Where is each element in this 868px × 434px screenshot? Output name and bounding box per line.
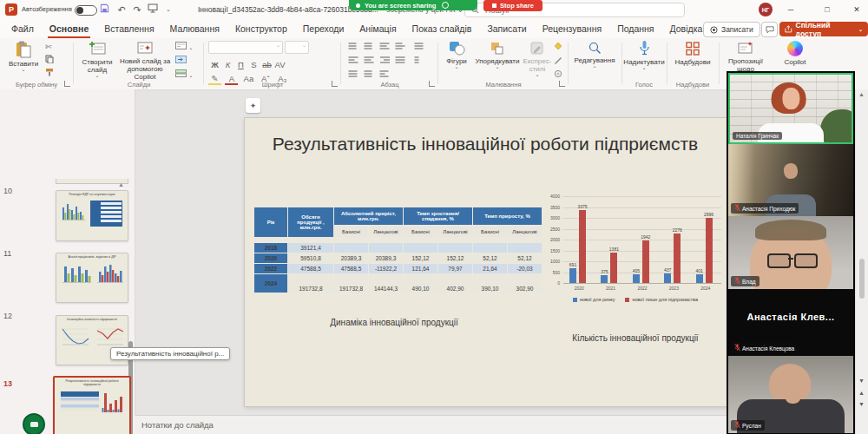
- slide-thumbnail-11[interactable]: Аналіз працівників, задіяних в ДіР: [56, 253, 128, 303]
- close-button[interactable]: ✕: [847, 0, 866, 19]
- maximize-button[interactable]: □: [818, 0, 837, 19]
- previous-slide-button[interactable]: ▲: [858, 390, 865, 396]
- shape-outline-icon[interactable]: [554, 56, 562, 66]
- tab-Подання[interactable]: Подання: [609, 19, 661, 38]
- copy-icon[interactable]: [45, 55, 54, 65]
- meeting-floating-icon[interactable]: [23, 413, 45, 434]
- columns-icon[interactable]: [413, 56, 425, 67]
- scroll-up-icon[interactable]: ▲: [858, 91, 865, 97]
- chart-caption[interactable]: Кількість інноваційної продукції: [542, 333, 728, 343]
- participant-display-name: Анастасія Клев...: [728, 312, 853, 322]
- data-table[interactable]: РікОбсяги продукції , млн.грн.Абсолютний…: [253, 207, 542, 293]
- record-button[interactable]: Записати: [703, 22, 760, 37]
- suggestions-button[interactable]: Пропозиції щодо: [721, 41, 770, 73]
- tab-Переходи[interactable]: Переходи: [295, 19, 352, 38]
- drawing-dialog-launcher[interactable]: [559, 81, 565, 87]
- table-row: 202247588,547588,5-11922,2121,6479,9721,…: [254, 264, 542, 273]
- editing-button[interactable]: Редагування⌄: [573, 41, 616, 69]
- table-caption[interactable]: Динаміка інноваційної продукції: [253, 318, 535, 327]
- font-name-combo[interactable]: [208, 41, 283, 54]
- minimize-button[interactable]: ─: [781, 0, 800, 19]
- scroll-down-icon[interactable]: ▼: [858, 378, 865, 384]
- main-scrollbar-thumb[interactable]: [859, 259, 865, 299]
- qat-chevron-icon[interactable]: ⌄: [161, 0, 175, 19]
- underline-icon[interactable]: П: [234, 60, 247, 69]
- copilot-button[interactable]: Copilot: [776, 41, 814, 66]
- shape-fill-icon[interactable]: [554, 42, 562, 52]
- group-voice: Надиктувати⌄ Голос: [623, 38, 665, 89]
- bullets-icon[interactable]: [347, 42, 359, 53]
- tab-Анімація[interactable]: Анімація: [352, 19, 404, 38]
- save-icon[interactable]: [97, 0, 111, 19]
- italic-icon[interactable]: К: [221, 60, 234, 69]
- tab-file[interactable]: Файл: [3, 19, 42, 38]
- designer-icon[interactable]: ✦: [246, 98, 260, 113]
- reset-slide-icon[interactable]: [175, 56, 187, 65]
- text-direction-icon[interactable]: [347, 69, 359, 81]
- table-row: 2024191732,8191732,8144144,3490,10402,90…: [254, 274, 542, 293]
- chart-legend-item: нової для ринку: [573, 297, 615, 302]
- indent-decrease-icon[interactable]: [378, 42, 391, 53]
- clipboard-dialog-launcher[interactable]: [64, 81, 70, 87]
- align-left-icon[interactable]: [347, 56, 359, 67]
- shapes-button[interactable]: Фігури⌄: [441, 41, 472, 69]
- indent-increase-icon[interactable]: [394, 42, 406, 53]
- chart-ytick: 0: [542, 280, 560, 286]
- line-spacing-icon[interactable]: [413, 42, 425, 53]
- section-icon[interactable]: ⌄: [175, 69, 194, 79]
- bold-icon[interactable]: Ж: [208, 60, 221, 69]
- participant-tile-2[interactable]: Анастасія Приходюк: [728, 144, 853, 216]
- paragraph-dialog-launcher[interactable]: [429, 81, 435, 87]
- slide-title[interactable]: Результативність інноваційної роботи під…: [245, 134, 726, 155]
- tab-Основне[interactable]: Основне: [42, 19, 96, 38]
- slide-table[interactable]: РікОбсяги продукції , млн.грн.Абсолютний…: [253, 207, 542, 293]
- addins-button[interactable]: Надбудови: [672, 41, 713, 66]
- tab-Рецензування[interactable]: Рецензування: [535, 19, 609, 38]
- cut-icon[interactable]: ✄: [45, 43, 52, 51]
- char-spacing-icon[interactable]: AV: [273, 60, 286, 69]
- strikethrough-icon[interactable]: ab: [260, 60, 273, 69]
- redo-icon[interactable]: ↷: [130, 0, 144, 19]
- undo-icon[interactable]: ↶: [115, 0, 128, 19]
- participant-tile-1[interactable]: Наталія Гринчак: [728, 73, 853, 144]
- stop-share-button[interactable]: Stop share: [483, 0, 542, 11]
- numbering-icon[interactable]: [363, 42, 375, 53]
- font-dialog-launcher[interactable]: [332, 81, 338, 87]
- tab-Малювання[interactable]: Малювання: [162, 19, 227, 38]
- participant-tile-5[interactable]: Руслан: [728, 356, 853, 433]
- slide-thumbnail-10[interactable]: Розподіл НДР за галузями науки: [56, 190, 128, 241]
- dictate-button[interactable]: Надиктувати⌄: [623, 40, 665, 70]
- paste-button[interactable]: Вставити⌄: [7, 41, 40, 72]
- font-size-combo[interactable]: [285, 41, 309, 54]
- account-avatar[interactable]: НГ: [759, 3, 773, 16]
- thumbs-scroll-up-icon[interactable]: ▲: [118, 181, 124, 187]
- new-slide-button[interactable]: Створити слайд⌄: [78, 41, 116, 78]
- next-slide-button[interactable]: ▼: [858, 401, 865, 407]
- align-center-icon[interactable]: [363, 56, 375, 67]
- slide-layout-icon[interactable]: ⌄: [175, 42, 194, 51]
- align-right-icon[interactable]: [378, 56, 391, 67]
- share-button[interactable]: Спільний доступ ⌄: [779, 22, 868, 36]
- table-row: 202059510,820389,320389,3152,12152,1252,…: [254, 253, 542, 263]
- shape-effects-icon[interactable]: [554, 69, 562, 80]
- tab-Записати[interactable]: Записати: [479, 19, 534, 38]
- format-painter-icon[interactable]: [45, 68, 54, 78]
- smartart-convert-icon[interactable]: [378, 69, 391, 81]
- tab-Вставлення[interactable]: Вставлення: [96, 19, 161, 38]
- quick-styles-button[interactable]: Експрес-стилі⌄: [523, 41, 552, 77]
- participant-tile-3[interactable]: Влад: [728, 216, 853, 289]
- chart-bar: [610, 253, 617, 283]
- slide-thumbnail-13[interactable]: Результативність інноваційної роботи під…: [53, 376, 131, 434]
- participant-tile-4[interactable]: Анастасія Клев...Анастасія Клевцова: [728, 289, 853, 356]
- autosave-toggle[interactable]: [75, 5, 97, 16]
- copilot-slide-button[interactable]: Новий слайд за допомогою Copilot: [118, 41, 172, 82]
- slide-chart[interactable]: 0500100015002000250030003500400020206913…: [542, 187, 728, 311]
- comments-button[interactable]: [761, 22, 778, 37]
- shadow-icon[interactable]: S: [247, 60, 260, 69]
- align-text-icon[interactable]: [363, 69, 375, 81]
- tab-Показ слайдів[interactable]: Показ слайдів: [404, 19, 480, 38]
- arrange-button[interactable]: Упорядкувати⌄: [474, 41, 521, 69]
- slideshow-icon[interactable]: [146, 0, 160, 19]
- tab-Конструктор[interactable]: Конструктор: [227, 19, 295, 38]
- justify-icon[interactable]: [394, 56, 406, 67]
